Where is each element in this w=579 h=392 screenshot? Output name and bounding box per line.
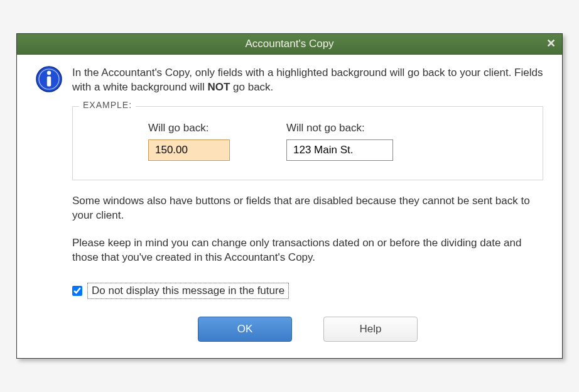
intro-text: In the Accountant's Copy, only fields wi… bbox=[72, 66, 543, 95]
paragraph-disabled-info: Some windows also have buttons or fields… bbox=[72, 194, 543, 223]
do-not-display-label[interactable]: Do not display this message in the futur… bbox=[87, 283, 289, 299]
dialog-title: Accountant's Copy bbox=[245, 38, 333, 50]
accountants-copy-dialog: Accountant's Copy ✕ In the Accountant's … bbox=[16, 33, 563, 359]
paragraph-dividing-date: Please keep in mind you can change only … bbox=[72, 236, 543, 265]
will-go-back-label: Will go back: bbox=[148, 122, 230, 134]
svg-rect-3 bbox=[47, 76, 51, 86]
dialog-content: In the Accountant's Copy, only fields wi… bbox=[17, 55, 562, 359]
titlebar: Accountant's Copy ✕ bbox=[17, 34, 562, 55]
intro-part1: In the Accountant's Copy, only fields wi… bbox=[72, 67, 543, 93]
svg-point-2 bbox=[47, 70, 51, 74]
help-button[interactable]: Help bbox=[323, 317, 418, 342]
do-not-display-checkbox[interactable] bbox=[72, 286, 82, 296]
close-icon[interactable]: ✕ bbox=[546, 36, 556, 50]
ok-button[interactable]: OK bbox=[198, 317, 292, 342]
example-frame: EXAMPLE: Will go back: 150.00 Will not g… bbox=[72, 106, 543, 180]
intro-part2: go back. bbox=[230, 81, 273, 93]
intro-bold: NOT bbox=[207, 81, 230, 93]
info-icon bbox=[36, 66, 62, 92]
will-not-go-back-field: 123 Main St. bbox=[286, 139, 393, 161]
will-go-back-field: 150.00 bbox=[148, 139, 230, 161]
will-not-go-back-label: Will not go back: bbox=[286, 122, 393, 134]
example-legend: EXAMPLE: bbox=[79, 100, 136, 110]
